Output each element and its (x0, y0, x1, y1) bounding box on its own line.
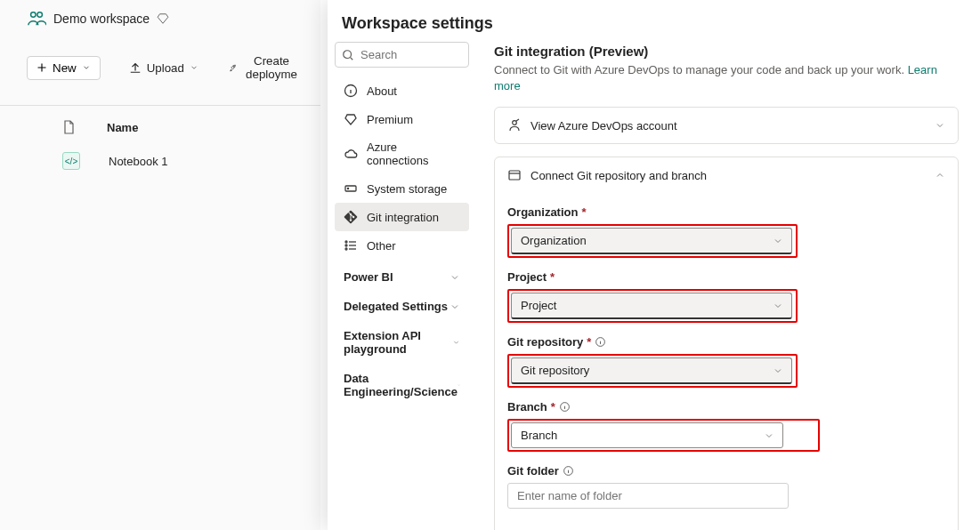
new-button-label: New (53, 61, 77, 75)
git-folder-input[interactable] (507, 483, 789, 509)
nav-group-delegated-settings[interactable]: Delegated Settings (335, 289, 469, 318)
svg-point-6 (347, 188, 348, 189)
premium-diamond-icon (157, 12, 169, 25)
git-icon (344, 210, 358, 224)
highlight-branch: Branch (507, 419, 820, 452)
settings-search-input[interactable] (335, 42, 469, 68)
chevron-down-icon (450, 301, 460, 312)
card-title: View Azure DevOps account (530, 119, 677, 132)
search-icon (342, 49, 354, 61)
required-asterisk: * (550, 270, 555, 284)
notebook-icon: </> (62, 152, 80, 170)
create-deployment-label: Create deployme (242, 54, 301, 81)
field-git-repository: Git repository * Git repository (507, 335, 945, 388)
card-body: Organization * Organization Project * (495, 205, 958, 530)
nav-item-other[interactable]: Other (335, 231, 469, 260)
upload-button[interactable]: Upload (120, 57, 207, 79)
upload-button-label: Upload (147, 61, 184, 75)
project-label: Project (507, 270, 547, 284)
column-name[interactable]: Name (107, 121, 138, 134)
deployment-rocket-icon (229, 61, 237, 74)
account-icon (507, 118, 522, 132)
required-asterisk: * (581, 205, 586, 219)
chevron-down-icon (450, 272, 460, 283)
card-view-devops-account: View Azure DevOps account (494, 107, 959, 144)
chevron-down-icon (190, 63, 198, 72)
chevron-down-icon (458, 380, 460, 390)
info-icon[interactable] (559, 401, 571, 413)
nav-group-label: Delegated Settings (344, 300, 448, 313)
nav-item-system-storage[interactable]: System storage (335, 174, 469, 203)
branch-select[interactable]: Branch (511, 422, 783, 448)
info-icon[interactable] (595, 336, 606, 348)
git-repository-select[interactable]: Git repository (511, 357, 792, 384)
nav-group-extension-api[interactable]: Extension API playground (335, 318, 469, 361)
nav-item-label: Other (367, 239, 396, 253)
plus-icon (36, 62, 47, 73)
nav-group-label: Power BI (344, 270, 393, 284)
card-title: Connect Git repository and branch (530, 169, 707, 182)
nav-item-label: Git integration (367, 211, 439, 224)
chevron-up-icon (935, 170, 945, 181)
nav-item-label: System storage (367, 182, 447, 196)
info-icon (344, 84, 358, 98)
list-icon (344, 238, 358, 253)
svg-point-7 (345, 241, 347, 243)
nav-item-azure-connections[interactable]: Azure connections (335, 133, 469, 174)
workspace-background: Demo workspace New Upload Create deploym… (0, 0, 320, 530)
section-desc-text: Connect to Git with Azure DevOps to mana… (494, 63, 908, 76)
nav-item-git-integration[interactable]: Git integration (335, 203, 469, 231)
required-asterisk: * (587, 335, 591, 349)
field-git-folder: Git folder (507, 464, 945, 509)
folder-label: Git folder (507, 464, 559, 478)
svg-point-9 (345, 248, 347, 250)
storage-icon (344, 181, 358, 196)
svg-point-1 (37, 12, 42, 18)
svg-point-10 (513, 121, 517, 125)
section-title: Git integration (Preview) (494, 44, 959, 59)
svg-point-2 (233, 66, 234, 67)
workspace-people-icon (27, 9, 46, 28)
nav-item-label: Azure connections (367, 141, 460, 167)
branch-label: Branch (507, 400, 547, 414)
info-icon[interactable] (563, 465, 574, 477)
cloud-icon (344, 147, 358, 161)
nav-group-label: Data Engineering/Science (344, 372, 458, 398)
chevron-down-icon (82, 63, 91, 72)
panel-title: Workspace settings (328, 0, 980, 38)
field-project: Project * Project (507, 270, 945, 323)
highlight-organization: Organization (507, 224, 798, 258)
repo-label: Git repository (507, 335, 583, 349)
new-button[interactable]: New (27, 56, 101, 80)
document-icon (62, 120, 75, 134)
svg-point-8 (345, 245, 347, 246)
search-wrap (335, 42, 469, 68)
create-deployment-button[interactable]: Create deployme (223, 50, 306, 85)
project-select[interactable]: Project (511, 293, 792, 319)
svg-point-3 (344, 50, 352, 58)
settings-nav: About Premium Azure connections System s… (328, 38, 476, 530)
field-branch: Branch * Branch (507, 400, 945, 452)
nav-group-data-engineering[interactable]: Data Engineering/Science (335, 361, 469, 404)
workspace-settings-panel: Workspace settings About Premium Azure c… (328, 0, 980, 530)
nav-item-label: About (367, 84, 397, 98)
nav-item-about[interactable]: About (335, 76, 469, 105)
chevron-down-icon (452, 337, 460, 348)
workspace-toolbar: New Upload Create deployme (0, 41, 320, 85)
card-header[interactable]: View Azure DevOps account (495, 108, 958, 143)
nav-item-label: Premium (367, 113, 413, 126)
card-header[interactable]: Connect Git repository and branch (495, 157, 958, 193)
nav-group-power-bi[interactable]: Power BI (335, 260, 469, 289)
diamond-icon (344, 112, 358, 126)
upload-icon (129, 61, 142, 74)
svg-point-0 (31, 12, 36, 18)
nav-group-label: Extension API playground (344, 329, 452, 356)
org-label: Organization (507, 205, 578, 219)
nav-item-premium[interactable]: Premium (335, 105, 469, 133)
field-organization: Organization * Organization (507, 205, 945, 258)
highlight-repo: Git repository (507, 354, 798, 388)
list-item[interactable]: </> Notebook 1 (0, 143, 320, 179)
highlight-project: Project (507, 289, 798, 323)
card-connect-git-repo: Connect Git repository and branch Organi… (494, 157, 959, 530)
organization-select[interactable]: Organization (511, 228, 792, 254)
